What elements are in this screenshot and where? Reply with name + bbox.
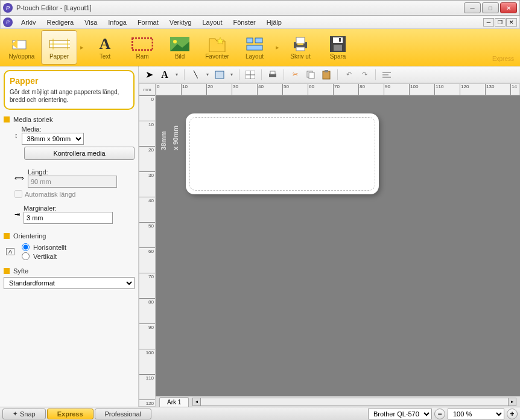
title-bar: P P-touch Editor - [Layout1] ─ □ ✕ bbox=[0, 0, 520, 16]
mode-snap[interactable]: ✦ Snap bbox=[2, 409, 46, 419]
menu-hjalp[interactable]: Hjälp bbox=[262, 18, 287, 27]
zoom-in-button[interactable]: + bbox=[507, 409, 518, 419]
zoom-select[interactable]: 100 % bbox=[448, 409, 504, 419]
ribbon-save[interactable]: Spara bbox=[320, 30, 356, 65]
mode-express[interactable]: Express bbox=[47, 409, 94, 419]
ribbon-text[interactable]: A Text bbox=[87, 30, 123, 65]
canvas-area: ➤ A▾ ╲▾ ▾ ✂ ↶ ↷ mm 010203040506070809010… bbox=[139, 66, 520, 407]
section-marker-icon bbox=[4, 268, 10, 274]
copy-tool[interactable] bbox=[304, 68, 317, 81]
text-tool-dropdown[interactable]: ▾ bbox=[174, 72, 180, 77]
printer-select[interactable]: Brother QL-570 bbox=[368, 409, 432, 419]
check-media-button[interactable]: Kontrollera media bbox=[24, 147, 135, 160]
ribbon-image[interactable]: Bild bbox=[162, 30, 198, 65]
zoom-out-button[interactable]: − bbox=[434, 409, 445, 419]
pointer-tool[interactable]: ➤ bbox=[142, 68, 156, 81]
horizontal-radio[interactable] bbox=[22, 243, 30, 251]
svg-rect-13 bbox=[247, 45, 262, 50]
menu-bar: P Arkiv Redigera Visa Infoga Format Verk… bbox=[0, 16, 520, 29]
panel-info-box: Papper Gör det möjligt att ange papperet… bbox=[4, 70, 135, 110]
svg-rect-6 bbox=[132, 38, 153, 50]
save-icon bbox=[327, 35, 349, 53]
media-label: Media: bbox=[22, 126, 135, 133]
rect-tool-dropdown[interactable]: ▾ bbox=[229, 72, 235, 77]
ribbon-new-open[interactable]: Ny/öppna bbox=[4, 30, 40, 65]
ribbon-frame[interactable]: Ram bbox=[124, 30, 160, 65]
sheet-tab-bar: Ark 1 ◂ ▸ bbox=[156, 396, 520, 407]
menu-infoga[interactable]: Infoga bbox=[103, 18, 132, 27]
mdi-restore-button[interactable]: ❐ bbox=[495, 18, 506, 27]
ribbon-expand-1[interactable]: ▸ bbox=[78, 30, 86, 65]
cut-tool[interactable]: ✂ bbox=[288, 68, 302, 81]
menu-verktyg[interactable]: Verktyg bbox=[165, 18, 197, 27]
table-tool[interactable] bbox=[244, 68, 257, 81]
margin-icon: ⇥ bbox=[14, 211, 20, 218]
paste-tool[interactable] bbox=[320, 68, 333, 81]
menu-arkiv[interactable]: Arkiv bbox=[16, 18, 40, 27]
app-menu-icon[interactable]: P bbox=[3, 18, 13, 27]
mode-professional[interactable]: Professional bbox=[95, 409, 152, 419]
media-size-icon: ↕ bbox=[14, 132, 18, 139]
ribbon-print[interactable]: Skriv ut bbox=[282, 30, 319, 65]
menu-layout[interactable]: Layout bbox=[197, 18, 227, 27]
ribbon-layout[interactable]: Layout bbox=[236, 30, 273, 65]
ribbon-paper[interactable]: Papper bbox=[41, 30, 77, 65]
svg-rect-19 bbox=[333, 37, 343, 43]
window-title: P-touch Editor - [Layout1] bbox=[16, 4, 464, 11]
section-orientation: Orientering bbox=[4, 232, 135, 240]
menu-visa[interactable]: Visa bbox=[80, 18, 102, 27]
vertical-radio[interactable] bbox=[22, 252, 30, 260]
scroll-right-button[interactable]: ▸ bbox=[508, 398, 516, 406]
scroll-track[interactable] bbox=[201, 398, 508, 406]
ribbon-expand-2[interactable]: ▸ bbox=[274, 30, 281, 65]
print-tool[interactable] bbox=[266, 68, 279, 81]
text-tool[interactable]: A bbox=[158, 68, 171, 81]
svg-point-8 bbox=[173, 40, 177, 43]
canvas[interactable]: 38mmx 90mm bbox=[156, 95, 520, 396]
svg-rect-22 bbox=[215, 71, 224, 78]
mdi-close-button[interactable]: ✕ bbox=[506, 18, 517, 27]
section-media-size: Media storlek bbox=[4, 116, 135, 123]
length-input bbox=[28, 176, 117, 188]
dimension-label: 38mmx 90mm bbox=[158, 126, 182, 150]
ribbon-toolbar: Ny/öppna Papper ▸ A Text Ram Bild Favori… bbox=[0, 29, 520, 66]
express-tag: Express bbox=[492, 56, 514, 62]
sidebar: Papper Gör det möjligt att ange papperet… bbox=[0, 66, 139, 407]
horizontal-scrollbar[interactable]: ◂ ▸ bbox=[192, 398, 516, 406]
layout-icon bbox=[244, 35, 265, 53]
svg-rect-31 bbox=[325, 70, 328, 72]
favorites-icon bbox=[206, 35, 228, 53]
undo-tool[interactable]: ↶ bbox=[342, 68, 355, 81]
horizontal-ruler[interactable]: 010203040506070809010011012013014 bbox=[156, 83, 520, 95]
label-preview[interactable] bbox=[186, 113, 379, 194]
sheet-tab[interactable]: Ark 1 bbox=[159, 397, 189, 407]
align-tool[interactable] bbox=[380, 68, 393, 81]
menu-format[interactable]: Format bbox=[133, 18, 163, 27]
media-select[interactable]: 38mm x 90mm bbox=[22, 133, 84, 145]
menu-redigera[interactable]: Redigera bbox=[42, 18, 78, 27]
redo-tool[interactable]: ↷ bbox=[358, 68, 371, 81]
rect-tool[interactable] bbox=[213, 68, 226, 81]
edit-toolbar: ➤ A▾ ╲▾ ▾ ✂ ↶ ↷ bbox=[139, 66, 520, 83]
margin-input[interactable] bbox=[24, 212, 113, 224]
maximize-button[interactable]: □ bbox=[482, 2, 499, 13]
ribbon-favorites[interactable]: Favoriter bbox=[199, 30, 235, 65]
new-open-icon bbox=[11, 35, 33, 53]
minimize-button[interactable]: ─ bbox=[464, 2, 481, 13]
svg-rect-29 bbox=[309, 72, 314, 78]
svg-rect-12 bbox=[255, 38, 262, 43]
menu-fonster[interactable]: Fönster bbox=[228, 18, 260, 27]
app-icon: P bbox=[3, 3, 13, 13]
ruler-unit: mm bbox=[139, 83, 156, 95]
line-tool[interactable]: ╲ bbox=[189, 68, 202, 81]
close-button[interactable]: ✕ bbox=[500, 2, 517, 13]
scroll-left-button[interactable]: ◂ bbox=[192, 398, 201, 406]
length-label: Längd: bbox=[28, 168, 135, 176]
vertical-ruler[interactable]: 0102030405060708090100110120 bbox=[139, 95, 156, 407]
status-bar: ✦ Snap Express Professional Brother QL-5… bbox=[0, 407, 520, 420]
svg-rect-21 bbox=[339, 38, 341, 42]
mdi-minimize-button[interactable]: ─ bbox=[483, 18, 494, 27]
line-tool-dropdown[interactable]: ▾ bbox=[205, 72, 211, 77]
panel-description: Gör det möjligt att ange papperets längd… bbox=[10, 88, 128, 104]
purpose-select[interactable]: Standardformat bbox=[4, 277, 135, 289]
